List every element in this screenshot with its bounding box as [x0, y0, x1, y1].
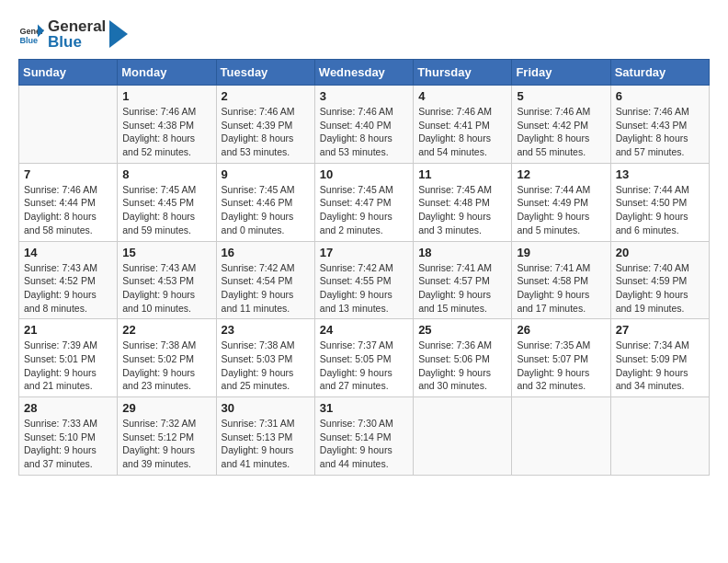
day-info: Sunrise: 7:32 AMSunset: 5:12 PMDaylight:…	[122, 417, 210, 471]
day-cell: 19Sunrise: 7:41 AMSunset: 4:58 PMDayligh…	[512, 241, 610, 319]
day-info: Sunrise: 7:46 AMSunset: 4:40 PMDaylight:…	[320, 105, 408, 159]
day-cell: 20Sunrise: 7:40 AMSunset: 4:59 PMDayligh…	[610, 241, 709, 319]
day-info: Sunrise: 7:45 AMSunset: 4:48 PMDaylight:…	[418, 183, 506, 237]
day-cell: 18Sunrise: 7:41 AMSunset: 4:57 PMDayligh…	[414, 241, 512, 319]
day-info: Sunrise: 7:37 AMSunset: 5:05 PMDaylight:…	[320, 339, 408, 393]
day-number: 2	[222, 89, 310, 103]
col-header-wednesday: Wednesday	[314, 60, 413, 86]
day-number: 11	[418, 167, 506, 181]
day-cell: 11Sunrise: 7:45 AMSunset: 4:48 PMDayligh…	[414, 163, 512, 241]
col-header-friday: Friday	[512, 60, 610, 86]
day-cell: 24Sunrise: 7:37 AMSunset: 5:05 PMDayligh…	[314, 319, 413, 397]
day-info: Sunrise: 7:34 AMSunset: 5:09 PMDaylight:…	[616, 339, 704, 393]
day-info: Sunrise: 7:38 AMSunset: 5:03 PMDaylight:…	[222, 339, 310, 393]
day-cell: 21Sunrise: 7:39 AMSunset: 5:01 PMDayligh…	[19, 319, 118, 397]
day-cell	[19, 86, 118, 164]
logo-blue: Blue	[48, 33, 82, 51]
day-info: Sunrise: 7:46 AMSunset: 4:39 PMDaylight:…	[222, 105, 310, 159]
day-info: Sunrise: 7:41 AMSunset: 4:57 PMDaylight:…	[418, 261, 506, 316]
day-cell: 9Sunrise: 7:45 AMSunset: 4:46 PMDaylight…	[216, 163, 314, 241]
day-number: 3	[320, 89, 408, 103]
day-info: Sunrise: 7:35 AMSunset: 5:07 PMDaylight:…	[517, 339, 605, 393]
day-info: Sunrise: 7:46 AMSunset: 4:42 PMDaylight:…	[517, 105, 605, 159]
day-cell: 30Sunrise: 7:31 AMSunset: 5:13 PMDayligh…	[216, 397, 314, 476]
day-number: 23	[222, 323, 310, 337]
day-number: 17	[320, 246, 408, 259]
day-info: Sunrise: 7:46 AMSunset: 4:38 PMDaylight:…	[122, 105, 210, 159]
day-cell: 25Sunrise: 7:36 AMSunset: 5:06 PMDayligh…	[414, 319, 512, 397]
logo-arrow-icon	[109, 20, 128, 48]
day-number: 4	[418, 89, 506, 103]
svg-text:Blue: Blue	[19, 36, 38, 45]
day-number: 1	[122, 89, 210, 103]
day-cell: 6Sunrise: 7:46 AMSunset: 4:43 PMDaylight…	[610, 86, 709, 164]
header: General Blue General Blue	[18, 18, 710, 50]
day-number: 26	[517, 323, 605, 337]
day-number: 30	[222, 401, 310, 415]
day-cell	[512, 397, 610, 476]
day-cell: 28Sunrise: 7:33 AMSunset: 5:10 PMDayligh…	[19, 397, 118, 476]
day-info: Sunrise: 7:43 AMSunset: 4:53 PMDaylight:…	[122, 261, 210, 316]
col-header-thursday: Thursday	[414, 60, 512, 86]
day-number: 24	[320, 323, 408, 337]
day-number: 8	[122, 167, 210, 181]
calendar-table: SundayMondayTuesdayWednesdayThursdayFrid…	[18, 59, 710, 476]
day-cell: 29Sunrise: 7:32 AMSunset: 5:12 PMDayligh…	[118, 397, 216, 476]
day-info: Sunrise: 7:46 AMSunset: 4:43 PMDaylight:…	[616, 105, 704, 159]
day-cell: 4Sunrise: 7:46 AMSunset: 4:41 PMDaylight…	[414, 86, 512, 164]
day-cell: 16Sunrise: 7:42 AMSunset: 4:54 PMDayligh…	[216, 241, 314, 319]
day-number: 22	[122, 323, 210, 337]
day-number: 13	[616, 167, 704, 181]
day-info: Sunrise: 7:40 AMSunset: 4:59 PMDaylight:…	[616, 261, 704, 316]
day-number: 10	[320, 167, 408, 181]
day-cell: 2Sunrise: 7:46 AMSunset: 4:39 PMDaylight…	[216, 86, 314, 164]
day-number: 25	[418, 323, 506, 337]
day-info: Sunrise: 7:45 AMSunset: 4:45 PMDaylight:…	[122, 183, 210, 237]
day-cell: 10Sunrise: 7:45 AMSunset: 4:47 PMDayligh…	[314, 163, 413, 241]
day-number: 12	[517, 167, 605, 181]
day-cell	[414, 397, 512, 476]
day-cell: 17Sunrise: 7:42 AMSunset: 4:55 PMDayligh…	[314, 241, 413, 319]
day-cell: 23Sunrise: 7:38 AMSunset: 5:03 PMDayligh…	[216, 319, 314, 397]
day-number: 6	[616, 89, 704, 103]
day-number: 18	[418, 246, 506, 259]
day-info: Sunrise: 7:43 AMSunset: 4:52 PMDaylight:…	[24, 261, 112, 316]
col-header-monday: Monday	[118, 60, 216, 86]
day-info: Sunrise: 7:30 AMSunset: 5:14 PMDaylight:…	[320, 417, 408, 471]
day-number: 27	[616, 323, 704, 337]
day-cell: 27Sunrise: 7:34 AMSunset: 5:09 PMDayligh…	[610, 319, 709, 397]
day-number: 14	[24, 246, 112, 259]
day-cell: 13Sunrise: 7:44 AMSunset: 4:50 PMDayligh…	[610, 163, 709, 241]
day-info: Sunrise: 7:44 AMSunset: 4:49 PMDaylight:…	[517, 183, 605, 237]
day-info: Sunrise: 7:38 AMSunset: 5:02 PMDaylight:…	[122, 339, 210, 393]
week-row-5: 28Sunrise: 7:33 AMSunset: 5:10 PMDayligh…	[19, 397, 710, 476]
day-number: 21	[24, 323, 112, 337]
day-info: Sunrise: 7:36 AMSunset: 5:06 PMDaylight:…	[418, 339, 506, 393]
week-row-1: 1Sunrise: 7:46 AMSunset: 4:38 PMDaylight…	[19, 86, 710, 164]
day-cell: 8Sunrise: 7:45 AMSunset: 4:45 PMDaylight…	[118, 163, 216, 241]
day-number: 7	[24, 167, 112, 181]
day-info: Sunrise: 7:45 AMSunset: 4:47 PMDaylight:…	[320, 183, 408, 237]
day-info: Sunrise: 7:33 AMSunset: 5:10 PMDaylight:…	[24, 417, 112, 471]
day-number: 5	[517, 89, 605, 103]
day-info: Sunrise: 7:41 AMSunset: 4:58 PMDaylight:…	[517, 261, 605, 316]
week-row-4: 21Sunrise: 7:39 AMSunset: 5:01 PMDayligh…	[19, 319, 710, 397]
day-cell: 14Sunrise: 7:43 AMSunset: 4:52 PMDayligh…	[19, 241, 118, 319]
day-number: 16	[222, 246, 310, 259]
day-cell: 31Sunrise: 7:30 AMSunset: 5:14 PMDayligh…	[314, 397, 413, 476]
day-number: 31	[320, 401, 408, 415]
day-info: Sunrise: 7:39 AMSunset: 5:01 PMDaylight:…	[24, 339, 112, 393]
day-cell	[610, 397, 709, 476]
day-cell: 15Sunrise: 7:43 AMSunset: 4:53 PMDayligh…	[118, 241, 216, 319]
day-number: 29	[122, 401, 210, 415]
day-number: 9	[222, 167, 310, 181]
day-number: 15	[122, 246, 210, 259]
col-header-saturday: Saturday	[610, 60, 709, 86]
svg-marker-3	[109, 20, 128, 48]
day-number: 20	[616, 246, 704, 259]
week-row-3: 14Sunrise: 7:43 AMSunset: 4:52 PMDayligh…	[19, 241, 710, 319]
day-cell: 22Sunrise: 7:38 AMSunset: 5:02 PMDayligh…	[118, 319, 216, 397]
col-header-sunday: Sunday	[19, 60, 118, 86]
day-info: Sunrise: 7:42 AMSunset: 4:54 PMDaylight:…	[222, 261, 310, 316]
day-number: 19	[517, 246, 605, 259]
